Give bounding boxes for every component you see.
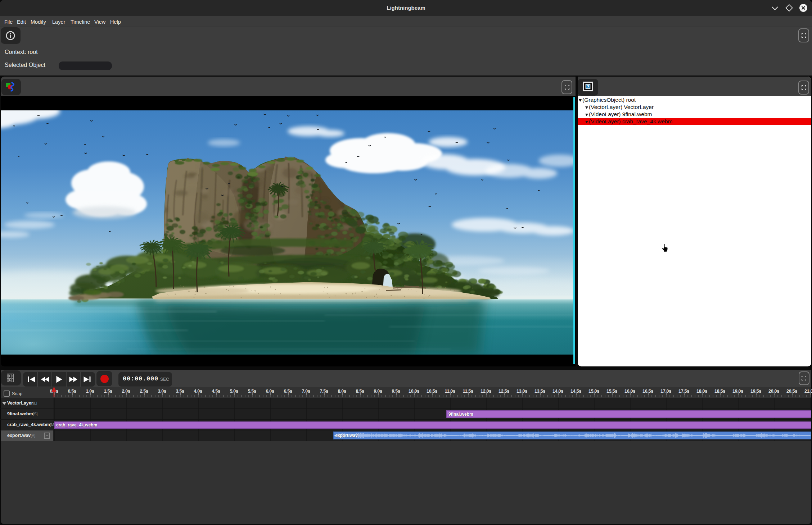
svg-text:?: ? bbox=[587, 85, 589, 89]
